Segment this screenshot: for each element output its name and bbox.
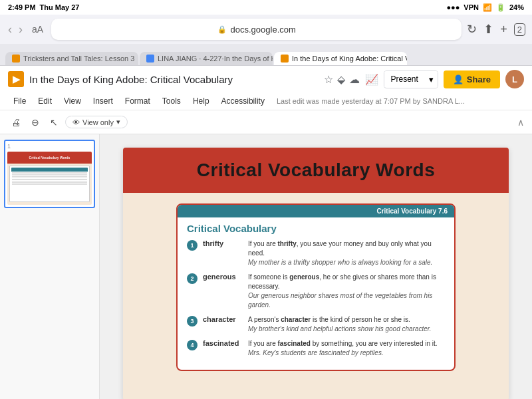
thumb-red-bar: Critical Vocabulary Words <box>7 152 92 164</box>
vocab-card: Critical Vocabulary 7.6 Critical Vocabul… <box>176 203 456 371</box>
thumb-title: Critical Vocabulary Words <box>29 156 70 160</box>
bold-generous: generous <box>289 273 319 281</box>
status-icons: ●●● VPN 📶 🔋 24% <box>446 3 524 12</box>
tab-label-1: Tricksters and Tall Tales: Lesson 3 <box>23 55 134 63</box>
slide-main-title: Critical Vocabulary Words <box>197 160 435 180</box>
thumbnail-panel: 1 Critical Vocabulary Words <box>0 134 100 399</box>
thumb-line-1 <box>12 172 87 174</box>
cursor-button[interactable]: ↖ <box>47 115 61 130</box>
menu-edit[interactable]: Edit <box>33 95 57 107</box>
view-only-chevron: ▾ <box>116 118 120 126</box>
example-4: Mrs. Key's students are fascinated by re… <box>248 349 384 356</box>
share-icon: 👤 <box>453 74 464 84</box>
docs-actions: 📈 Present ▾ 👤 Share L <box>365 70 525 88</box>
vocab-entry-3: 3 character A person's character is the … <box>187 315 445 334</box>
docs-logo: ▶ <box>8 71 24 87</box>
activity-chart-button[interactable]: 📈 <box>365 73 378 86</box>
lock-icon: 🔒 <box>217 25 227 34</box>
entry-def-1: If you are thrifty, you save your money … <box>248 239 445 267</box>
menu-file[interactable]: File <box>8 95 31 107</box>
tabs-button[interactable]: 2 <box>514 23 525 36</box>
cloud-icon-button[interactable]: ☁ <box>349 73 360 86</box>
star-button[interactable]: ☆ <box>324 73 333 86</box>
main-slide-area: Critical Vocabulary Words Critical Vocab… <box>100 134 532 399</box>
tab-icon-1 <box>12 55 20 63</box>
vocab-entry-1: 1 thrifty If you are thrifty, you save y… <box>187 239 445 267</box>
tab-label-2: LINA JIANG · 4-227·In the Days of King A… <box>158 55 273 63</box>
slide-thumbnail-1[interactable]: 1 Critical Vocabulary Words <box>4 140 95 208</box>
entry-word-2: generous <box>203 273 243 281</box>
collapse-toolbar-button[interactable]: ∧ <box>517 117 524 128</box>
thumb-line-2 <box>12 174 87 176</box>
nav-buttons: ‹ › <box>7 23 24 37</box>
browser-tabs: Tricksters and Tall Tales: Lesson 3 LINA… <box>0 44 532 65</box>
status-bar: 2:49 PM Thu May 27 ●●● VPN 📶 🔋 24% <box>0 0 532 15</box>
slide-content: Critical Vocabulary 7.6 Critical Vocabul… <box>123 193 509 382</box>
thumb-line-8 <box>12 184 87 186</box>
docs-title-bar: ▶ In the Days of King Adobe: Critical Vo… <box>0 66 532 92</box>
docs-header: ▶ In the Days of King Adobe: Critical Vo… <box>0 66 532 134</box>
thumb-line-6 <box>12 181 87 182</box>
menu-tools[interactable]: Tools <box>157 95 186 107</box>
view-only-pill[interactable]: 👁 View only ▾ <box>65 116 128 128</box>
menu-accessibility[interactable]: Accessibility <box>216 95 270 107</box>
reader-mode-button[interactable]: aA <box>29 24 46 35</box>
tab-lina[interactable]: LINA JIANG · 4-227·In the Days of King A… <box>140 52 273 65</box>
status-day: Thu May 27 <box>40 3 80 11</box>
vocab-entries: 1 thrifty If you are thrifty, you save y… <box>178 237 454 370</box>
browser-chrome: ‹ › aA 🔒 docs.google.com ↻ ⬆ + 2 Trickst… <box>0 15 532 66</box>
tab-label-3: In the Days of King Adobe: Critical Voca… <box>292 55 407 63</box>
menu-view[interactable]: View <box>59 95 86 107</box>
example-3: My brother's kind and helpful actions sh… <box>248 325 432 332</box>
view-only-label: View only <box>82 118 114 126</box>
menu-format[interactable]: Format <box>120 95 156 107</box>
bold-character: character <box>281 316 311 323</box>
share-button[interactable]: 👤 Share <box>444 70 500 88</box>
bold-fascinated: fascinated <box>277 340 310 347</box>
tab-critical-active[interactable]: In the Days of King Adobe: Critical Voca… <box>274 52 407 65</box>
browser-toolbar: ‹ › aA 🔒 docs.google.com ↻ ⬆ + 2 <box>0 15 532 44</box>
entry-def-4: If you are fascinated by something, you … <box>248 339 438 358</box>
share-label: Share <box>467 74 491 84</box>
tab-tricksters[interactable]: Tricksters and Tall Tales: Lesson 3 <box>5 52 138 65</box>
new-tab-button[interactable]: + <box>500 23 507 37</box>
url-text: docs.google.com <box>231 25 296 35</box>
vocab-entry-2: 2 generous If someone is generous, he or… <box>187 273 445 310</box>
entry-number-4: 4 <box>187 340 198 350</box>
entry-word-4: fascinated <box>203 339 243 347</box>
share-button[interactable]: ⬆ <box>483 22 493 37</box>
docs-toolbar: 🖨 ⊖ ↖ 👁 View only ▾ ∧ <box>0 110 532 134</box>
entry-word-1: thrifty <box>203 239 243 247</box>
signal-icon: ●●● <box>446 3 460 11</box>
refresh-button[interactable]: ↻ <box>467 22 477 37</box>
vocab-entry-4: 4 fascinated If you are fascinated by so… <box>187 339 445 358</box>
bold-thrifty: thrifty <box>277 240 296 247</box>
thumb-slide-content: Critical Vocabulary Words <box>7 152 92 205</box>
menu-insert[interactable]: Insert <box>88 95 118 107</box>
present-main-button[interactable]: Present <box>384 71 425 87</box>
drive-icon-button[interactable]: ⬙ <box>337 73 345 86</box>
zoom-button[interactable]: ⊖ <box>28 115 43 130</box>
back-button[interactable]: ‹ <box>7 23 13 37</box>
browser-actions: ↻ ⬆ + 2 <box>467 22 525 37</box>
thumb-card-header <box>11 168 88 172</box>
battery-icon: 🔋 <box>496 3 505 12</box>
vocab-card-header: Critical Vocabulary 7.6 <box>178 205 454 217</box>
user-avatar[interactable]: L <box>505 70 524 88</box>
menu-help[interactable]: Help <box>188 95 215 107</box>
entry-def-2: If someone is generous, he or she gives … <box>248 273 445 310</box>
print-button[interactable]: 🖨 <box>8 115 24 130</box>
entry-number-1: 1 <box>187 240 198 251</box>
status-time-area: 2:49 PM Thu May 27 <box>8 3 79 11</box>
address-bar[interactable]: 🔒 docs.google.com <box>51 19 462 40</box>
entry-word-3: character <box>203 315 243 323</box>
slide-number: 1 <box>7 143 92 150</box>
vocab-card-title: Critical Vocabulary <box>178 217 454 237</box>
toolbar-right: ∧ <box>517 117 524 128</box>
present-dropdown-button[interactable]: ▾ <box>425 71 438 88</box>
thumb-line-5 <box>12 179 87 180</box>
forward-button[interactable]: › <box>17 23 24 37</box>
thumb-line-4 <box>12 178 87 179</box>
entry-number-3: 3 <box>187 316 198 327</box>
slide-red-header: Critical Vocabulary Words <box>123 148 509 193</box>
